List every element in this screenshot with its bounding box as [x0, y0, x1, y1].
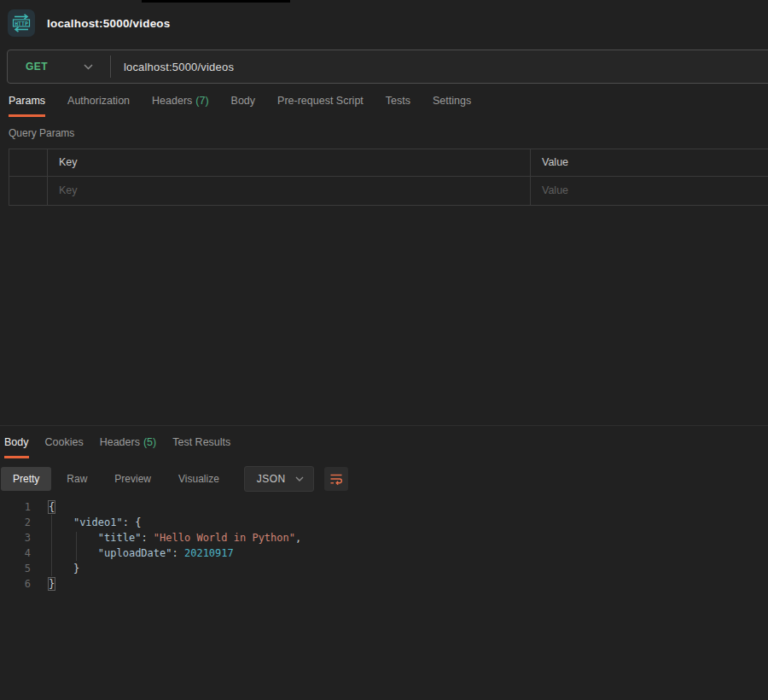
query-params-table: Key Value Key Value: [9, 149, 768, 206]
value-column-header: Value: [531, 149, 768, 176]
view-mode-visualize[interactable]: Visualize: [166, 467, 231, 491]
format-label: JSON: [257, 473, 286, 485]
tab-label: Headers: [152, 95, 192, 107]
tab-label: Settings: [433, 95, 471, 107]
code-line: 5 }: [0, 561, 768, 576]
wrap-text-icon: [329, 472, 343, 486]
request-title: localhost:5000/videos: [47, 17, 171, 30]
tab-label: Params: [9, 95, 45, 107]
code-line: 2 "video1": {: [0, 515, 768, 530]
indent-guide: [76, 532, 77, 561]
response-tab-cookies[interactable]: Cookies: [45, 436, 84, 458]
line-number: 2: [0, 515, 31, 530]
line-number: 1: [0, 499, 31, 515]
table-row: Key Value: [9, 177, 768, 205]
code-line: 6 }: [0, 576, 768, 592]
view-mode-preview[interactable]: Preview: [102, 467, 163, 491]
key-column-header: Key: [48, 149, 531, 176]
view-mode-pretty[interactable]: Pretty: [1, 467, 51, 491]
line-number: 6: [0, 576, 31, 592]
svg-text:HTTP: HTTP: [15, 20, 28, 27]
tab-label: Test Results: [172, 436, 230, 448]
value-input[interactable]: Value: [531, 177, 768, 205]
response-section: Body Cookies Headers(5) Test Results Pre…: [0, 425, 768, 700]
line-number: 4: [0, 545, 31, 561]
code-line: 4 "uploadDate": 20210917: [0, 545, 768, 561]
key-input[interactable]: Key: [48, 177, 531, 205]
chevron-down-icon: [84, 64, 93, 70]
query-params-label: Query Params: [9, 127, 768, 139]
response-tab-test-results[interactable]: Test Results: [172, 436, 230, 458]
chevron-down-icon: [295, 476, 304, 481]
tab-label: Authorization: [67, 95, 130, 107]
select-all-cell[interactable]: [9, 149, 48, 176]
row-checkbox-cell[interactable]: [9, 177, 48, 205]
response-headers-count-badge: (5): [143, 436, 156, 448]
tab-label: Body: [4, 436, 29, 448]
top-strip: [142, 0, 290, 3]
request-tabs: Params Authorization Headers(7) Body Pre…: [0, 84, 768, 117]
indent-guide: [51, 515, 52, 576]
tab-tests[interactable]: Tests: [386, 95, 410, 117]
tab-headers[interactable]: Headers(7): [152, 95, 209, 117]
code-line: 1 {: [0, 499, 768, 515]
response-tab-headers[interactable]: Headers(5): [100, 436, 157, 458]
code-line: 3 "title": "Hello World in Python",: [0, 530, 768, 545]
table-header-row: Key Value: [9, 149, 768, 177]
method-label: GET: [26, 61, 48, 73]
tab-label: Cookies: [45, 436, 84, 448]
headers-count-badge: (7): [195, 95, 208, 107]
format-dropdown[interactable]: JSON: [244, 466, 315, 492]
http-protocol-icon: HTTP: [8, 9, 35, 37]
tab-label: Pre-request Script: [277, 95, 364, 107]
request-url-bar: GET localhost:5000/videos: [7, 50, 768, 84]
tab-settings[interactable]: Settings: [433, 95, 471, 117]
tab-authorization[interactable]: Authorization: [67, 95, 130, 117]
line-number: 5: [0, 561, 31, 576]
response-view-bar: Pretty Raw Preview Visualize JSON: [1, 466, 768, 492]
response-tabs: Body Cookies Headers(5) Test Results: [0, 426, 768, 458]
response-tab-body[interactable]: Body: [4, 436, 29, 458]
wrap-text-button[interactable]: [324, 467, 348, 491]
tab-body[interactable]: Body: [231, 95, 256, 117]
response-body-editor[interactable]: 1 { 2 "video1": { 3 "title": "Hello Worl…: [0, 499, 768, 592]
tab-label: Headers: [100, 436, 140, 448]
app-window: HTTP localhost:5000/videos GET localhost…: [0, 0, 768, 700]
url-input[interactable]: localhost:5000/videos: [111, 61, 768, 73]
tab-pre-request-script[interactable]: Pre-request Script: [277, 95, 364, 117]
request-header: HTTP localhost:5000/videos: [0, 0, 768, 38]
method-selector[interactable]: GET: [8, 50, 110, 83]
tab-params[interactable]: Params: [9, 95, 45, 117]
line-number: 3: [0, 530, 31, 545]
tab-label: Body: [231, 95, 256, 107]
view-mode-raw[interactable]: Raw: [55, 467, 99, 491]
tab-label: Tests: [386, 95, 410, 107]
